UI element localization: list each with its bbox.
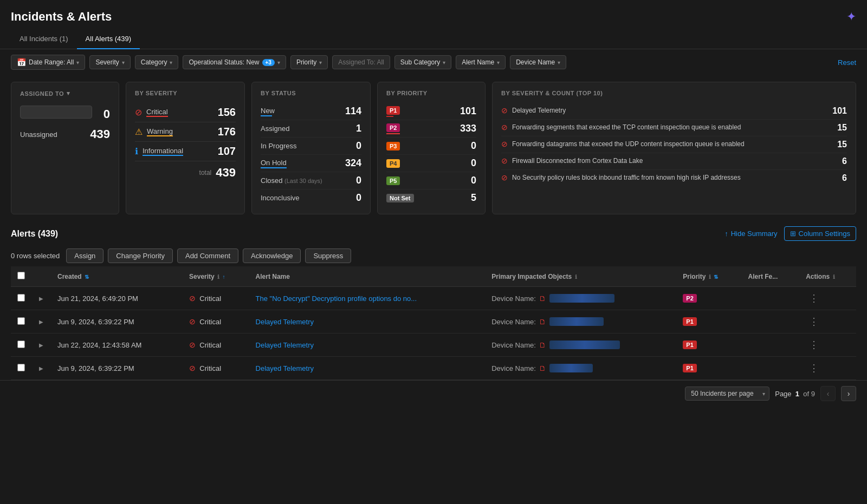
tab-all-alerts[interactable]: All Alerts (439)	[77, 29, 140, 49]
change-priority-button[interactable]: Change Priority	[108, 248, 173, 263]
row-severity-cell-1: ⊘ Critical	[183, 310, 249, 333]
row-redacted-icon-1: 🗋	[539, 318, 546, 326]
hide-summary-icon: ↑	[724, 230, 728, 238]
by-priority-card: BY PRIORITY P1 101 P2 333 P3 0 P4 0 P5 0	[377, 82, 486, 214]
priority-p1-row: P1 101	[386, 103, 476, 120]
notset-badge: Not Set	[386, 194, 414, 202]
row-priority-badge-0: P2	[683, 294, 696, 303]
p4-count: 0	[471, 158, 476, 169]
add-comment-button[interactable]: Add Comment	[177, 248, 238, 263]
tab-all-incidents[interactable]: All Incidents (1)	[11, 29, 77, 49]
table-header-row: Created ⇅ Severity ℹ ↑ Alert Name Primar…	[11, 266, 856, 287]
row-severity-text-3: Critical	[198, 364, 221, 372]
select-all-th	[11, 266, 31, 287]
acknowledge-button[interactable]: Acknowledge	[243, 248, 301, 263]
row-alertfe-cell-1	[742, 310, 800, 333]
top10-count-1: 101	[832, 106, 847, 116]
row-priority-cell-1: P1	[676, 310, 741, 333]
top10-critical-icon-1: ⊘	[501, 106, 508, 115]
expand-button-1[interactable]: ▶	[38, 318, 44, 326]
row-device-cell-1: Device Name: 🗋	[491, 317, 670, 326]
row-priority-cell-0: P2	[676, 287, 741, 310]
row-device-cell-2: Device Name: 🗋	[491, 341, 670, 349]
alerts-header-right: ↑ Hide Summary ⊞ Column Settings	[724, 226, 856, 241]
row-actions-menu-3[interactable]: ⋮	[806, 362, 822, 374]
next-page-button[interactable]: ›	[841, 386, 856, 401]
prev-page-button[interactable]: ‹	[820, 386, 836, 401]
top10-name-4: Firewall Disconnected from Cortex Data L…	[512, 156, 643, 166]
expand-th	[31, 266, 51, 287]
row-device-prefix-1: Device Name:	[491, 318, 536, 326]
row-checkbox-cell	[11, 310, 31, 333]
p1-count: 101	[460, 106, 476, 117]
current-page: 1	[795, 390, 799, 398]
operational-status-filter[interactable]: Operational Status: New +3 ▾	[183, 55, 286, 69]
row-checkbox-2[interactable]	[17, 341, 25, 348]
row-device-bar-0	[549, 294, 614, 303]
by-severity-count-title: BY SEVERITY & COUNT (TOP 10)	[501, 90, 847, 96]
row-alertname-cell-0: The "No Decrypt" Decryption profile opti…	[249, 287, 486, 310]
row-severity-cell-0: ⊘ Critical	[183, 287, 249, 310]
row-device-bar-3	[549, 364, 593, 372]
row-checkbox-1[interactable]	[17, 317, 25, 325]
row-alertfe-cell-2	[742, 333, 800, 357]
assigned-to-filter[interactable]: Assigned To: All	[332, 55, 390, 69]
row-alertname-cell-2: Delayed Telemetry	[249, 333, 486, 357]
top10-count-5: 6	[842, 173, 847, 183]
row-severity-text-1: Critical	[198, 318, 221, 326]
top10-critical-icon-3: ⊘	[501, 140, 508, 148]
p5-count: 0	[471, 175, 476, 186]
assign-button[interactable]: Assign	[66, 248, 103, 263]
status-new-label: New	[261, 107, 275, 115]
expand-button-2[interactable]: ▶	[38, 341, 44, 349]
reset-filter-button[interactable]: Reset	[838, 58, 856, 67]
date-range-filter[interactable]: 📅 Date Range: All ▾	[11, 55, 85, 70]
row-checkbox-3[interactable]	[17, 364, 25, 371]
row-actions-cell-1: ⋮	[799, 310, 856, 333]
table-footer: 50 Incidents per page Page 1 of 9 ‹ ›	[0, 380, 867, 407]
by-severity-card: BY SEVERITY ⊘ Critical 156 ⚠ Warning 176…	[126, 82, 245, 214]
status-new-count: 114	[345, 106, 361, 117]
row-actions-menu-1[interactable]: ⋮	[806, 316, 822, 328]
row-impacted-cell-0: Device Name: 🗋	[485, 287, 676, 310]
device-name-filter[interactable]: Device Name ▾	[510, 55, 566, 69]
hide-summary-button[interactable]: ↑ Hide Summary	[724, 230, 777, 238]
expand-button-3[interactable]: ▶	[38, 364, 44, 372]
row-device-prefix-0: Device Name:	[491, 294, 536, 303]
row-priority-cell-2: P1	[676, 333, 741, 357]
expand-button-0[interactable]: ▶	[38, 294, 44, 303]
row-expand-cell: ▶	[31, 333, 51, 357]
calendar-icon: 📅	[17, 58, 26, 67]
category-filter[interactable]: Category ▾	[135, 55, 179, 69]
select-all-checkbox[interactable]	[17, 272, 25, 279]
severity-total-count: 439	[216, 166, 236, 180]
row-alert-link-1[interactable]: Delayed Telemetry	[256, 318, 314, 326]
row-checkbox-0[interactable]	[17, 294, 25, 302]
row-alert-link-2[interactable]: Delayed Telemetry	[256, 341, 314, 349]
top10-count-3: 15	[837, 140, 847, 149]
row-alert-link-3[interactable]: Delayed Telemetry	[256, 364, 314, 372]
device-name-filter-label: Device Name	[516, 58, 555, 66]
info-count: 107	[218, 145, 236, 158]
alert-name-filter[interactable]: Alert Name ▾	[456, 55, 506, 69]
severity-filter[interactable]: Severity ▾	[89, 55, 130, 69]
status-onhold-count: 324	[345, 158, 361, 169]
assigned-to-chevron[interactable]: ▾	[67, 90, 70, 97]
row-actions-cell-0: ⋮	[799, 287, 856, 310]
status-closed-label: Closed (Last 30 days)	[261, 176, 322, 185]
row-actions-menu-0[interactable]: ⋮	[806, 292, 822, 304]
row-actions-menu-2[interactable]: ⋮	[806, 339, 822, 351]
assigned-to-card: ASSIGNED TO ▾ 0 Unassigned 439	[11, 82, 119, 214]
assigned-search-input[interactable]	[20, 106, 92, 119]
filters-bar: 📅 Date Range: All ▾ Severity ▾ Category …	[0, 49, 867, 75]
row-alert-link-0[interactable]: The "No Decrypt" Decryption profile opti…	[256, 294, 417, 303]
top10-row-2: ⊘ Forwarding segments that exceed the TC…	[501, 120, 847, 136]
priority-filter[interactable]: Priority ▾	[290, 55, 328, 69]
row-critical-icon-2: ⊘	[189, 341, 196, 349]
top10-row-4: ⊘ Firewall Disconnected from Cortex Data…	[501, 153, 847, 170]
per-page-select[interactable]: 50 Incidents per page	[685, 387, 769, 401]
column-settings-button[interactable]: ⊞ Column Settings	[784, 226, 856, 241]
warning-dot: ⚠	[135, 127, 143, 137]
sub-category-filter[interactable]: Sub Category ▾	[394, 55, 451, 69]
suppress-button[interactable]: Suppress	[305, 248, 351, 263]
